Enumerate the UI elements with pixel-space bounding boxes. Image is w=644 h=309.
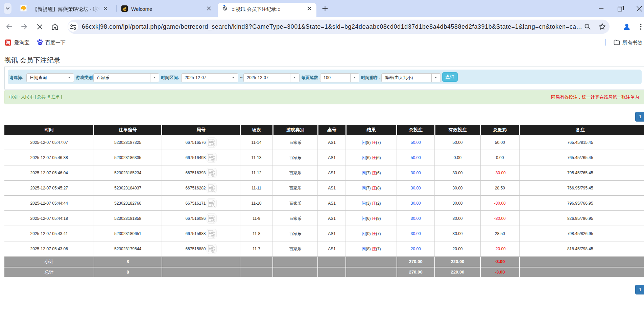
svg-text:du: du — [39, 42, 41, 45]
